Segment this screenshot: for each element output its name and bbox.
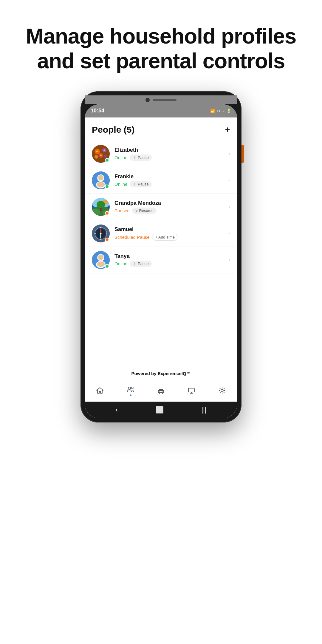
powered-brand: ExperienceIQ <box>158 371 186 376</box>
avatar-samuel: N S W E <box>92 225 110 242</box>
tanya-status: Online <box>114 261 127 266</box>
elizabeth-name: Elizabeth <box>114 147 228 153</box>
elizabeth-chevron: › <box>228 151 230 157</box>
grandpa-status-dot <box>105 211 109 215</box>
nav-people-dot <box>130 394 131 396</box>
speaker-bar <box>153 99 177 101</box>
tanya-info: Tanya Online ⏸ Pause <box>114 253 228 267</box>
app-content: People (5) + <box>85 117 237 402</box>
person-item-frankie[interactable]: Frankie Online ⏸ Pause › <box>85 167 237 194</box>
frankie-status-row: Online ⏸ Pause <box>114 181 228 187</box>
grandpa-name: Grandpa Mendoza <box>114 200 228 206</box>
elizabeth-status: Online <box>114 155 127 160</box>
svg-point-12 <box>98 175 103 180</box>
frankie-status: Online <box>114 182 127 187</box>
android-home[interactable]: ⬜ <box>156 406 164 414</box>
people-icon <box>126 385 135 394</box>
svg-point-6 <box>96 151 98 152</box>
wifi-icon: 📶 <box>210 109 215 113</box>
grandpa-chevron: › <box>228 204 230 210</box>
elizabeth-info: Elizabeth Online ⏸ Pause <box>114 147 228 161</box>
svg-point-37 <box>128 387 131 389</box>
powered-prefix: Powered by <box>131 371 157 376</box>
svg-point-5 <box>104 155 107 158</box>
tanya-status-dot <box>105 264 109 268</box>
svg-point-4 <box>95 155 98 159</box>
person-item-samuel[interactable]: N S W E Samuel Scheduled Pau <box>85 220 237 247</box>
couch-icon <box>157 386 165 395</box>
grandpa-info: Grandpa Mendoza Paused ▷ Resume <box>114 200 228 214</box>
phone-mockup: 10:54 📶 LTE2 🔋 People (5) + <box>80 91 242 422</box>
android-back[interactable]: ‹ <box>115 406 117 414</box>
monitor-icon <box>187 386 196 395</box>
tanya-pause-btn[interactable]: ⏸ Pause <box>130 261 151 267</box>
tanya-chevron: › <box>228 257 230 263</box>
nav-home[interactable] <box>90 385 110 396</box>
elizabeth-status-row: Online ⏸ Pause <box>114 154 228 161</box>
android-recents[interactable]: ||| <box>201 406 206 414</box>
svg-rect-45 <box>188 388 194 392</box>
page-heading: Manage household profiles and set parent… <box>0 0 322 85</box>
avatar-tanya <box>92 251 110 269</box>
grandpa-status: Paused <box>114 208 130 213</box>
samuel-name: Samuel <box>114 226 228 233</box>
svg-text:N: N <box>100 227 101 229</box>
svg-point-36 <box>97 261 105 267</box>
gear-icon <box>218 386 226 395</box>
bottom-nav <box>85 381 237 402</box>
status-bar: 10:54 📶 LTE2 🔋 <box>85 104 237 117</box>
frankie-name: Frankie <box>114 174 228 180</box>
svg-point-27 <box>100 233 102 234</box>
frankie-pause-btn[interactable]: ⏸ Pause <box>130 181 151 187</box>
battery-icon: 🔋 <box>226 109 231 113</box>
nav-network[interactable] <box>181 385 202 396</box>
samuel-status-row: Scheduled Pause + Add Time <box>114 234 228 241</box>
samuel-status-dot <box>105 238 109 242</box>
tanya-name: Tanya <box>114 253 228 259</box>
frankie-chevron: › <box>228 177 230 183</box>
tanya-status-row: Online ⏸ Pause <box>114 261 228 267</box>
frankie-info: Frankie Online ⏸ Pause <box>114 174 228 187</box>
avatar-frankie <box>92 171 110 189</box>
person-item-elizabeth[interactable]: Elizabeth Online ⏸ Pause › <box>85 141 237 167</box>
samuel-addtime-btn[interactable]: + Add Time <box>152 234 178 241</box>
elizabeth-pause-btn[interactable]: ⏸ Pause <box>130 154 151 161</box>
elizabeth-status-dot <box>105 158 109 162</box>
status-icons: 📶 LTE2 🔋 <box>210 109 231 113</box>
nav-settings[interactable] <box>212 385 232 396</box>
signal-icon: LTE2 <box>217 109 225 113</box>
phone-outer: 10:54 📶 LTE2 🔋 People (5) + <box>80 91 242 422</box>
svg-point-13 <box>97 182 105 187</box>
nav-devices[interactable] <box>151 385 171 396</box>
svg-point-48 <box>221 389 223 392</box>
app-header: People (5) + <box>85 117 237 138</box>
person-item-grandpa[interactable]: Grandpa Mendoza Paused ▷ Resume › <box>85 194 237 220</box>
samuel-status: Scheduled Pause <box>114 235 150 240</box>
frankie-status-dot <box>105 185 109 189</box>
svg-text:E: E <box>106 233 107 235</box>
svg-point-7 <box>104 149 105 151</box>
powered-tm: ™ <box>186 371 191 376</box>
content-spacer <box>85 276 237 360</box>
phone-screen: 10:54 📶 LTE2 🔋 People (5) + <box>85 104 237 418</box>
status-time: 10:54 <box>91 108 104 114</box>
grandpa-status-row: Paused ▷ Resume <box>114 208 228 214</box>
add-person-button[interactable]: + <box>225 125 230 135</box>
people-list: Elizabeth Online ⏸ Pause › <box>85 138 237 276</box>
android-nav: ‹ ⬜ ||| <box>85 402 237 418</box>
samuel-chevron: › <box>228 230 230 236</box>
svg-text:S: S <box>100 238 101 240</box>
samuel-info: Samuel Scheduled Pause + Add Time <box>114 226 228 241</box>
grandpa-resume-btn[interactable]: ▷ Resume <box>132 208 157 214</box>
nav-people[interactable] <box>120 384 141 397</box>
app-title: People (5) <box>92 125 134 135</box>
svg-point-19 <box>97 201 105 208</box>
avatar-grandpa <box>92 198 110 216</box>
camera-dot <box>145 98 150 102</box>
person-item-tanya[interactable]: Tanya Online ⏸ Pause › <box>85 247 237 273</box>
svg-point-8 <box>100 154 102 156</box>
camera-bar <box>85 95 237 104</box>
svg-text:W: W <box>95 233 96 235</box>
home-icon <box>96 386 104 395</box>
powered-by: Powered by ExperienceIQ™ <box>85 366 237 381</box>
